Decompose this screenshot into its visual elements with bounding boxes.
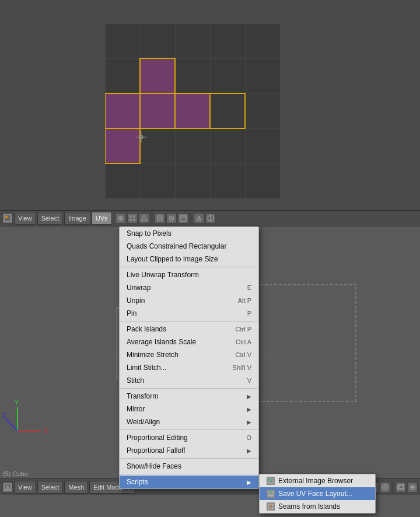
menu-scripts[interactable]: Scripts ▶ [120,476,258,488]
svg-rect-15 [133,215,135,218]
svg-rect-4 [210,93,245,128]
svg-rect-3 [175,93,210,128]
menu-layout-clipped[interactable]: Layout Clipped to Image Size [120,253,258,266]
svg-text:X: X [44,427,48,434]
svg-rect-16 [130,219,132,221]
uvs-menu-btn[interactable]: UVs [92,212,112,225]
svg-rect-61 [399,484,404,488]
svg-text:Z: Z [2,412,6,419]
menu-proportional-editing[interactable]: Proportional Editing O [120,431,258,444]
svg-rect-47 [251,285,356,401]
seams-from-islands-icon [267,502,275,511]
svg-rect-14 [130,215,132,218]
svg-rect-5 [105,128,140,163]
mesh-3d-btn[interactable]: Mesh [64,481,88,494]
separator-5 [120,458,258,459]
svg-rect-30 [268,478,273,481]
menu-quads-constrained[interactable]: Quads Constrained Rectangular [120,240,258,253]
3d-proportional-icon[interactable] [380,482,390,492]
uv-icon-6[interactable] [178,213,188,223]
svg-marker-18 [141,215,147,221]
select-menu-btn[interactable]: Select [37,212,64,225]
svg-marker-25 [197,216,201,221]
submenu-external-image-browser[interactable]: External Image Browser [260,474,375,487]
menu-snap-to-pixels[interactable]: Snap to Pixels [120,227,258,240]
menu-limit-stitch[interactable]: Limit Stitch... Shift V [120,361,258,374]
separator-4 [120,429,258,430]
svg-point-58 [382,484,388,490]
menu-show-hide-faces[interactable]: Show/Hide Faces [120,460,258,473]
menu-unwrap[interactable]: Unwrap E [120,281,258,294]
scripts-submenu: External Image Browser Save UV Face Layo… [259,474,376,513]
image-menu-btn[interactable]: Image [64,212,90,225]
menu-minimize-stretch[interactable]: Minimize Stretch Ctrl V [120,348,258,361]
menu-proportional-falloff[interactable]: Proportional Falloff ▶ [120,444,258,457]
uv-icon-8[interactable] [205,213,216,223]
svg-point-22 [170,217,173,219]
submenu-save-uv-face-layout[interactable]: Save UV Face Layout... [260,487,375,500]
uv-viewport [0,0,420,210]
svg-line-50 [6,419,18,431]
svg-rect-17 [133,219,135,221]
menu-stitch[interactable]: Stitch V [120,374,258,387]
svg-rect-32 [270,494,272,496]
separator-1 [120,267,258,267]
menu-mirror[interactable]: Mirror ▶ [120,403,258,415]
svg-point-59 [384,486,386,488]
svg-rect-23 [180,215,186,221]
external-image-browser-icon [267,477,275,485]
uv-icon-1[interactable] [116,213,126,223]
editor-type-icon[interactable] [2,213,13,223]
menu-weld-align[interactable]: Weld/Align ▶ [120,415,258,428]
separator-6 [120,474,258,474]
svg-text:Y: Y [15,399,19,406]
svg-marker-55 [5,484,10,490]
uv-editor-toolbar: View Select Image UVs [0,210,420,226]
svg-rect-2 [140,93,175,128]
menu-pin[interactable]: Pin P [120,307,258,320]
select-3d-btn[interactable]: Select [37,481,64,494]
menu-transform[interactable]: Transform ▶ [120,390,258,403]
menu-pack-islands[interactable]: Pack Islands Ctrl P [120,323,258,336]
svg-rect-1 [105,93,140,128]
svg-rect-0 [140,58,175,93]
uv-icon-5[interactable] [166,213,177,223]
uvs-dropdown-menu: Snap to Pixels Quads Constrained Rectang… [119,226,259,489]
uv-islands-svg [105,23,280,198]
grid-background [105,23,280,198]
uv-grid [105,23,280,198]
save-uv-face-layout-icon [267,490,275,498]
uv-icon-3[interactable] [139,213,149,223]
view-3d-btn[interactable]: View [14,481,36,494]
submenu-seams-from-islands[interactable]: Seams from Islands [260,500,375,513]
cube-label: (5) Cube [3,470,28,477]
editor-type-icon-3d[interactable] [2,482,13,492]
separator-2 [120,321,258,322]
menu-average-islands-scale[interactable]: Average Islands Scale Ctrl A [120,336,258,348]
3d-render-icon[interactable] [407,482,418,492]
view-menu-btn[interactable]: View [14,212,36,225]
svg-rect-10 [5,216,8,218]
3d-layer-icon[interactable] [396,482,406,492]
uv-icon-7[interactable] [194,213,204,223]
uv-icon-2[interactable] [127,213,138,223]
svg-rect-33 [269,491,272,493]
separator-3 [120,388,258,389]
svg-point-63 [411,486,414,488]
menu-unpin[interactable]: Unpin Alt P [120,294,258,307]
uv-icon-4[interactable] [155,213,165,223]
menu-live-unwrap[interactable]: Live Unwrap Transform [120,268,258,281]
